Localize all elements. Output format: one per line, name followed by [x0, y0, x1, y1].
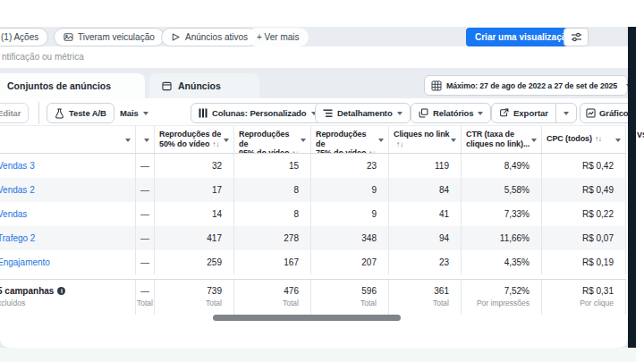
- filter-chevron-icon[interactable]: [144, 139, 149, 142]
- value-cell-2: 348: [311, 226, 389, 250]
- totals-value-cell-4: 7,52%Por impressões: [462, 280, 542, 315]
- filter-chevron-icon[interactable]: [531, 139, 537, 142]
- value-cell-3: 119: [389, 154, 462, 178]
- date-range-selector[interactable]: Máximo: 27 de ago de 2022 a 27 de set de…: [424, 75, 628, 96]
- table-row: Trafego 2—4172783489411,66%R$ 0,07: [0, 226, 626, 250]
- filter-chevron-icon[interactable]: [125, 139, 131, 142]
- sliders-icon: [571, 31, 582, 43]
- column-header-1[interactable]: Reproduções de95% do vídeo↑↓: [234, 126, 311, 153]
- campaign-name-link[interactable]: Trafego 2: [0, 226, 136, 250]
- column-header-name[interactable]: [0, 126, 136, 153]
- reports-label: Relatórios: [433, 108, 473, 118]
- chevron-down-icon: [564, 112, 569, 115]
- flask-icon: [55, 108, 64, 119]
- totals-subtitle: Total: [234, 298, 299, 309]
- filter-chevron-icon[interactable]: [378, 139, 384, 142]
- view-settings-button[interactable]: [564, 28, 589, 46]
- campaign-name[interactable]: Vendas 2: [0, 185, 35, 195]
- breakdown-icon: [323, 109, 333, 118]
- more-button[interactable]: Mais: [113, 103, 156, 123]
- filter-chip-had-delivery[interactable]: Tiveram veiculação: [54, 28, 165, 46]
- totals-subtitle: Total: [155, 298, 222, 309]
- value-cell-3: 23: [389, 250, 462, 274]
- campaign-name-link[interactable]: Vendas 3: [0, 154, 136, 178]
- value-cell-0: 14: [155, 202, 234, 226]
- value-cell-0: 417: [155, 226, 234, 250]
- column-header-delivery[interactable]: [136, 126, 155, 153]
- value-cell-5: R$ 0,22: [542, 202, 626, 226]
- column-header-0[interactable]: Reproduções de50% do vídeo↑↓: [155, 126, 234, 153]
- value-cell-4: 4,35%: [462, 250, 542, 274]
- breakdown-button[interactable]: Detalhamento: [315, 103, 411, 123]
- sort-arrows-icon: ↑↓: [595, 135, 602, 143]
- campaign-name-link[interactable]: Engajamento: [0, 250, 136, 274]
- columns-icon: [199, 108, 208, 118]
- filter-chip-had-delivery-label: Tiveram veiculação: [78, 32, 155, 42]
- ab-test-button[interactable]: Teste A/B: [47, 103, 114, 123]
- tab-ads-label: Anúncios: [178, 80, 221, 91]
- value-cell-1: 15: [234, 154, 311, 178]
- totals-campaign-count: 5 campanhas: [0, 286, 54, 296]
- totals-name-cell: 5 campanhasixcluídos: [0, 280, 136, 315]
- filter-chevron-icon[interactable]: [224, 139, 229, 142]
- filter-chip-see-more[interactable]: + Ver mais: [248, 28, 309, 46]
- filter-chevron-icon[interactable]: [615, 139, 621, 142]
- search-input[interactable]: ntificação ou métrica: [0, 46, 628, 68]
- calendar-icon: [431, 80, 442, 91]
- header-line1: Reproduções de: [159, 130, 223, 139]
- active-ads-icon: [171, 32, 181, 42]
- export-options-button[interactable]: [555, 104, 576, 122]
- ab-test-label: Teste A/B: [69, 108, 106, 118]
- campaign-name-link[interactable]: Vendas: [0, 202, 136, 226]
- delivery-cell: —: [136, 226, 155, 250]
- header-line2: 50% do vídeo↑↓: [159, 139, 223, 150]
- filter-chip-see-more-label: + Ver mais: [257, 32, 300, 42]
- campaign-name-link[interactable]: Vendas 2: [0, 178, 136, 202]
- edit-button[interactable]: Editar: [0, 103, 29, 123]
- campaign-name[interactable]: Engajamento: [0, 257, 50, 267]
- breakdown-label: Detalhamento: [337, 108, 393, 118]
- delivery-image-icon: [64, 32, 73, 42]
- columns-button[interactable]: Colunas: Personalizado: [191, 103, 325, 123]
- ads-tab-icon: [162, 81, 172, 91]
- column-header-4[interactable]: CTR (taxa decliques no link)...: [462, 126, 542, 153]
- chevron-down-icon: [397, 112, 402, 115]
- search-placeholder: ntificação ou métrica: [2, 52, 84, 62]
- columns-label: Colunas: Personalizado: [212, 108, 307, 118]
- totals-value-cell-5: R$ 0,31Por clique: [542, 280, 626, 315]
- tab-adsets[interactable]: Conjuntos de anúncios: [0, 73, 145, 98]
- header-line2: 95% do vídeo↑↓: [239, 148, 300, 153]
- chevron-down-icon: [478, 112, 483, 115]
- value-cell-3: 84: [389, 178, 462, 202]
- totals-value-cell-2: 596Total: [311, 280, 389, 315]
- filter-chip-actions[interactable]: (1) Ações: [0, 28, 48, 46]
- campaign-name[interactable]: Vendas: [0, 209, 27, 219]
- header-line1: CTR (taxa de: [466, 130, 530, 139]
- column-header-2[interactable]: Reproduções de75% do vídeo↑↓: [311, 126, 389, 153]
- value-cell-4: 8,49%: [462, 154, 542, 178]
- tab-ads[interactable]: Anúncios: [149, 73, 259, 98]
- sort-arrows-icon: ↑↓: [292, 149, 299, 153]
- value-cell-0: 17: [155, 178, 234, 202]
- value-cell-3: 94: [389, 226, 462, 250]
- totals-subtitle: Total: [389, 298, 449, 309]
- filter-chip-active-ads[interactable]: Anúncios ativos: [161, 28, 258, 46]
- info-icon[interactable]: i: [57, 287, 65, 295]
- column-header-3[interactable]: Cliques no link↑↓: [389, 126, 462, 153]
- column-header-5[interactable]: CPC (todos)↑↓: [542, 126, 626, 153]
- reports-button[interactable]: Relatórios: [411, 103, 491, 123]
- campaign-name[interactable]: Trafego 2: [0, 233, 35, 243]
- value-cell-2: 9: [311, 202, 389, 226]
- filter-chevron-icon[interactable]: [301, 139, 306, 142]
- export-button[interactable]: Exportar: [492, 104, 555, 122]
- value-cell-5: R$ 0,42: [542, 154, 626, 178]
- header-line1: CPC (todos)↑↓: [547, 134, 602, 145]
- horizontal-scrollbar[interactable]: [213, 315, 401, 321]
- export-icon: [499, 108, 509, 118]
- filter-chevron-icon[interactable]: [451, 139, 456, 142]
- delivery-cell: —: [136, 250, 155, 274]
- totals-subtitle: Total: [311, 298, 377, 309]
- campaign-name[interactable]: Vendas 3: [0, 161, 35, 171]
- export-label: Exportar: [513, 108, 548, 118]
- value-cell-1: 8: [234, 202, 311, 226]
